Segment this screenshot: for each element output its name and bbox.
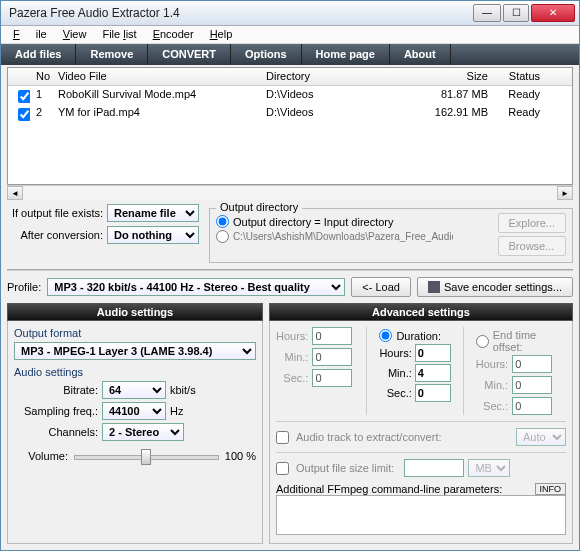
sizelimit-input[interactable] (404, 459, 464, 477)
col-size[interactable]: Size (416, 68, 494, 85)
dur-sec-input[interactable] (415, 384, 451, 402)
duration-radio[interactable] (379, 329, 392, 342)
menu-help[interactable]: Help (202, 26, 241, 42)
start-sec-input[interactable] (312, 369, 352, 387)
menubar: File View File list Encoder Help (1, 26, 579, 44)
output-directory-legend: Output directory (216, 201, 302, 213)
row-checkbox[interactable] (18, 108, 30, 121)
browse-button[interactable]: Browse... (498, 236, 566, 256)
horizontal-scrollbar[interactable]: ◄ ► (7, 185, 573, 200)
menu-view[interactable]: View (55, 26, 95, 42)
menu-encoder[interactable]: Encoder (145, 26, 202, 42)
convert-button[interactable]: CONVERT (148, 44, 231, 65)
advanced-settings-header: Advanced settings (269, 303, 573, 321)
col-dir[interactable]: Directory (260, 68, 416, 85)
about-button[interactable]: About (390, 44, 451, 65)
scroll-right-icon[interactable]: ► (557, 186, 573, 200)
output-format-label: Output format (14, 327, 256, 339)
scroll-left-icon[interactable]: ◄ (7, 186, 23, 200)
profile-label: Profile: (7, 281, 41, 293)
sampling-freq-select[interactable]: 44100 (102, 402, 166, 420)
info-button[interactable]: INFO (535, 483, 567, 495)
dur-min-input[interactable] (415, 364, 451, 382)
maximize-button[interactable]: ☐ (503, 4, 529, 22)
output-format-select[interactable]: MP3 - MPEG-1 Layer 3 (LAME 3.98.4) (14, 342, 256, 360)
row-checkbox[interactable] (18, 90, 30, 103)
end-hours-input[interactable] (512, 355, 552, 373)
dur-hours-input[interactable] (415, 344, 451, 362)
ffmpeg-params-label: Additional FFmpeg command-line parameter… (276, 483, 502, 495)
channels-select[interactable]: 2 - Stereo (102, 423, 184, 441)
end-sec-input[interactable] (512, 397, 552, 415)
col-no[interactable]: No (30, 68, 52, 85)
homepage-button[interactable]: Home page (302, 44, 390, 65)
start-min-input[interactable] (312, 348, 352, 366)
col-video[interactable]: Video File (52, 68, 260, 85)
add-files-button[interactable]: Add files (1, 44, 76, 65)
audio-settings-label: Audio settings (14, 366, 256, 378)
output-exists-select[interactable]: Rename file (107, 204, 199, 222)
menu-filelist[interactable]: File list (94, 26, 144, 42)
profile-select[interactable]: MP3 - 320 kbit/s - 44100 Hz - Stereo - B… (47, 278, 345, 296)
toolbar: Add files Remove CONVERT Options Home pa… (1, 44, 579, 65)
file-list: No Video File Directory Size Status 1 Ro… (7, 67, 573, 185)
close-button[interactable]: ✕ (531, 4, 575, 22)
start-hours-input[interactable] (312, 327, 352, 345)
sizelimit-unit-select[interactable]: MB (468, 459, 510, 477)
bitrate-select[interactable]: 64 (102, 381, 166, 399)
endtime-radio[interactable] (476, 335, 489, 348)
table-row[interactable]: 1 RoboKill Survival Mode.mp4 D:\Videos 8… (8, 86, 572, 104)
outdir-same-radio[interactable] (216, 215, 229, 228)
output-exists-label: If output file exists: (7, 207, 103, 219)
save-icon (428, 281, 440, 293)
app-window: Pazera Free Audio Extractor 1.4 — ☐ ✕ Fi… (0, 0, 580, 551)
load-profile-button[interactable]: <- Load (351, 277, 411, 297)
after-conversion-label: After conversion: (7, 229, 103, 241)
col-status[interactable]: Status (494, 68, 550, 85)
audiotrack-select[interactable]: Auto (516, 428, 566, 446)
remove-button[interactable]: Remove (76, 44, 148, 65)
ffmpeg-params-input[interactable] (276, 495, 566, 535)
audio-settings-header: Audio settings (7, 303, 263, 321)
audiotrack-checkbox[interactable] (276, 431, 289, 444)
volume-value: 100 % (225, 450, 256, 462)
output-directory-group: Output directory Output directory = Inpu… (209, 208, 573, 263)
after-conversion-select[interactable]: Do nothing (107, 226, 199, 244)
sizelimit-checkbox[interactable] (276, 462, 289, 475)
explore-button[interactable]: Explore... (498, 213, 566, 233)
save-encoder-button[interactable]: Save encoder settings... (417, 277, 573, 297)
titlebar: Pazera Free Audio Extractor 1.4 — ☐ ✕ (1, 1, 579, 26)
volume-slider[interactable] (74, 447, 219, 465)
end-min-input[interactable] (512, 376, 552, 394)
menu-file[interactable]: File (5, 26, 55, 42)
options-button[interactable]: Options (231, 44, 302, 65)
outdir-custom-radio[interactable] (216, 230, 229, 243)
minimize-button[interactable]: — (473, 4, 501, 22)
window-title: Pazera Free Audio Extractor 1.4 (9, 6, 473, 20)
table-row[interactable]: 2 YM for iPad.mp4 D:\Videos 162.91 MB Re… (8, 104, 572, 122)
file-list-header: No Video File Directory Size Status (8, 68, 572, 86)
